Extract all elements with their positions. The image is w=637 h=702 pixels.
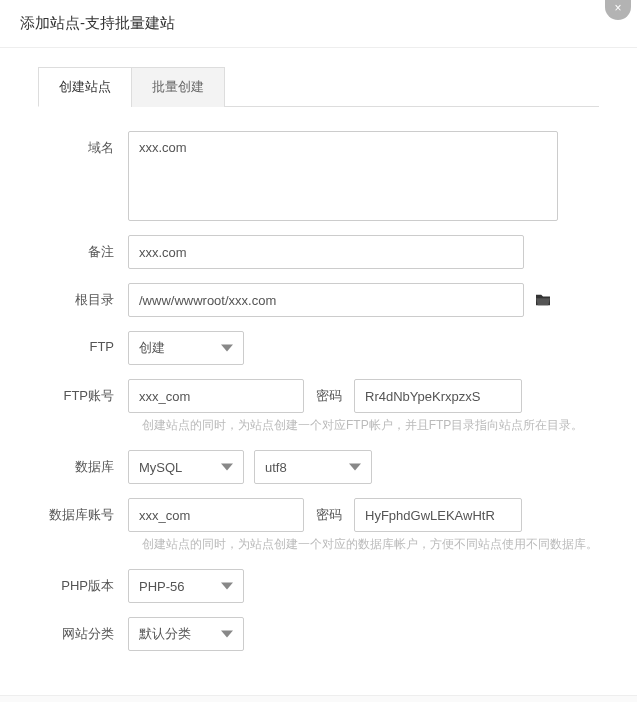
db-type-select[interactable]: MySQL — [128, 450, 244, 484]
label-ftp: FTP — [38, 331, 128, 354]
label-db-account: 数据库账号 — [38, 498, 128, 524]
dialog-title: 添加站点-支持批量建站 — [0, 0, 637, 47]
label-ftp-account: FTP账号 — [38, 379, 128, 405]
site-category-select[interactable]: 默认分类 — [128, 617, 244, 651]
dialog-footer: 取消 提交 — [0, 695, 637, 702]
remark-input[interactable] — [128, 235, 524, 269]
hint-ftp: 创建站点的同时，为站点创建一个对应FTP帐户，并且FTP目录指向站点所在目录。 — [128, 417, 599, 434]
folder-icon[interactable] — [534, 293, 552, 307]
db-charset-select[interactable]: utf8 — [254, 450, 372, 484]
db-type-value: MySQL — [139, 460, 182, 475]
ftp-select[interactable]: 创建 — [128, 331, 244, 365]
ftp-password-input[interactable] — [354, 379, 522, 413]
db-password-input[interactable] — [354, 498, 522, 532]
db-charset-value: utf8 — [265, 460, 287, 475]
label-ftp-password: 密码 — [314, 387, 344, 405]
label-remark: 备注 — [38, 235, 128, 261]
chevron-down-icon — [349, 464, 361, 471]
db-user-input[interactable] — [128, 498, 304, 532]
chevron-down-icon — [221, 345, 233, 352]
label-db-password: 密码 — [314, 506, 344, 524]
site-category-value: 默认分类 — [139, 625, 191, 643]
tab-create-site[interactable]: 创建站点 — [38, 67, 132, 107]
label-domain: 域名 — [38, 131, 128, 157]
domain-textarea[interactable]: xxx.com — [128, 131, 558, 221]
label-php-version: PHP版本 — [38, 569, 128, 595]
php-version-select[interactable]: PHP-56 — [128, 569, 244, 603]
label-site-category: 网站分类 — [38, 617, 128, 643]
root-dir-input[interactable] — [128, 283, 524, 317]
chevron-down-icon — [221, 631, 233, 638]
php-version-value: PHP-56 — [139, 579, 185, 594]
label-database: 数据库 — [38, 450, 128, 476]
chevron-down-icon — [221, 583, 233, 590]
tab-bar: 创建站点 批量创建 — [38, 66, 599, 107]
chevron-down-icon — [221, 464, 233, 471]
ftp-select-value: 创建 — [139, 339, 165, 357]
ftp-user-input[interactable] — [128, 379, 304, 413]
tab-batch-create[interactable]: 批量创建 — [131, 67, 225, 107]
hint-db: 创建站点的同时，为站点创建一个对应的数据库帐户，方便不同站点使用不同数据库。 — [128, 536, 599, 553]
label-root: 根目录 — [38, 283, 128, 309]
